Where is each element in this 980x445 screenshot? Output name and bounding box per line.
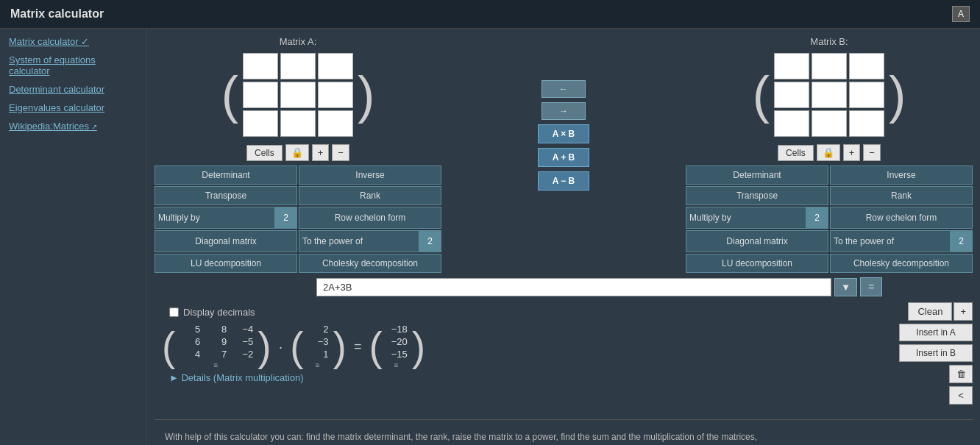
cholesky-btn-b[interactable]: Cholesky decomposition	[830, 254, 973, 273]
power-of-val-b[interactable]	[950, 231, 972, 252]
result-mat-a: 58−4 69−5 47−2 ≡	[180, 324, 253, 369]
matrix-b-cell[interactable]	[812, 53, 847, 79]
formula-input[interactable]	[316, 278, 831, 296]
matrix-a-controls: Cells 🔒 + −	[246, 144, 349, 161]
matrix-b-controls: Cells 🔒 + −	[778, 144, 881, 161]
matrix-a-cell[interactable]	[243, 82, 278, 108]
matrix-b-cell[interactable]	[774, 53, 809, 79]
matrix-b-cell[interactable]	[849, 53, 884, 79]
multiply-by-val-b[interactable]	[806, 207, 828, 228]
bracket-right-a: )	[358, 71, 374, 120]
trash-btn[interactable]: 🗑	[949, 365, 973, 383]
insert-b-btn[interactable]: Insert in B	[899, 344, 973, 362]
power-of-label-b[interactable]: To the power of	[831, 232, 950, 250]
power-of-a: To the power of	[299, 230, 441, 252]
bracket-right-b: )	[889, 71, 906, 120]
bracket-left-a: (	[221, 71, 238, 120]
middle-section: ← → A × B A + B A − B	[538, 36, 589, 191]
cholesky-btn-a[interactable]: Cholesky decomposition	[299, 254, 441, 273]
sidebar-item-matrix-calc[interactable]: Matrix calculator ✓	[9, 36, 138, 47]
matrix-b-section: Matrix B: ( )	[686, 36, 973, 273]
matrix-a-section: Matrix A: ( )	[155, 36, 441, 273]
matrix-a-ops: Determinant Inverse Transpose Rank Multi…	[155, 165, 441, 273]
multiply-by-label-a[interactable]: Multiply by	[155, 209, 274, 227]
matrix-a-cell[interactable]	[243, 110, 278, 137]
insert-a-btn[interactable]: Insert in A	[899, 324, 973, 341]
multiply-by-val-a[interactable]	[274, 207, 297, 228]
share-btn[interactable]: <	[949, 386, 973, 405]
matrix-b-cell[interactable]	[849, 110, 884, 137]
result-plus-btn[interactable]: +	[954, 302, 973, 321]
details-link[interactable]: ► Details (Matrix multiplication)	[169, 372, 425, 383]
inverse-btn-a[interactable]: Inverse	[299, 165, 441, 185]
arrow-left-btn[interactable]: ←	[542, 80, 586, 98]
equals-result-sign: =	[351, 339, 365, 355]
arrow-right-btn[interactable]: →	[542, 102, 586, 120]
rank-btn-a[interactable]: Rank	[299, 186, 441, 205]
det-btn-a[interactable]: Determinant	[155, 165, 297, 185]
result-mat-b: 2 −3 1 ≡	[308, 324, 329, 369]
sidebar-item-system-eq[interactable]: System of equations calculator	[9, 54, 138, 76]
inverse-btn-b[interactable]: Inverse	[830, 165, 973, 185]
matrix-b-cell[interactable]	[774, 82, 809, 108]
matrix-a-lock-btn[interactable]: 🔒	[285, 144, 309, 161]
formula-bar: ▼ =	[316, 277, 973, 296]
lu-btn-a[interactable]: LU decomposition	[155, 254, 297, 273]
matrix-b-cell[interactable]	[812, 82, 847, 108]
display-decimals-checkbox[interactable]	[169, 307, 179, 317]
matrix-a-cell[interactable]	[280, 110, 316, 137]
sidebar-item-wiki-matrices[interactable]: Wikipedia:Matrices	[9, 121, 138, 132]
matrix-a-cell[interactable]	[243, 53, 278, 79]
matrix-a-plus-btn[interactable]: +	[312, 144, 330, 161]
res-bracket-ra: )	[258, 327, 271, 366]
matrix-b-cell[interactable]	[849, 82, 884, 108]
sidebar-item-eigen-calc[interactable]: Eigenvalues calculator	[9, 102, 138, 113]
matrix-a-cells-btn[interactable]: Cells	[246, 145, 283, 161]
transpose-btn-b[interactable]: Transpose	[686, 186, 828, 205]
footer-line1: With help of this calculator you can: fi…	[165, 432, 757, 442]
matrix-b-minus-btn[interactable]: −	[863, 144, 881, 161]
clean-btn[interactable]: Clean	[908, 302, 952, 321]
sidebar-item-det-calc[interactable]: Determinant calculator	[9, 84, 138, 95]
row-echelon-btn-b[interactable]: Row echelon form	[830, 207, 973, 229]
matrix-b-cells-btn[interactable]: Cells	[778, 145, 814, 161]
power-of-label-a[interactable]: To the power of	[299, 232, 419, 250]
matrix-a-cell[interactable]	[318, 110, 353, 137]
matrix-b-plus-btn[interactable]: +	[843, 144, 861, 161]
multiply-by-b: Multiply by	[686, 207, 828, 229]
result-mat-result: −18 −20 −15 ≡	[387, 324, 408, 369]
matrix-b-lock-btn[interactable]: 🔒	[817, 144, 840, 161]
apb-btn[interactable]: A + B	[538, 148, 589, 167]
row-echelon-btn-a[interactable]: Row echelon form	[299, 207, 441, 229]
lu-btn-b[interactable]: LU decomposition	[686, 254, 828, 273]
det-btn-b[interactable]: Determinant	[686, 165, 828, 185]
matrix-b-grid	[771, 50, 887, 140]
res-bracket-rresult: )	[412, 327, 425, 366]
axb-btn[interactable]: A × B	[538, 124, 589, 143]
matrix-a-label: Matrix A:	[280, 36, 317, 47]
diagonal-btn-a[interactable]: Diagonal matrix	[155, 230, 297, 252]
matrix-a-minus-btn[interactable]: −	[332, 144, 349, 161]
formula-dropdown-btn[interactable]: ▼	[834, 278, 857, 296]
translate-icon[interactable]: A	[952, 6, 970, 22]
rank-btn-b[interactable]: Rank	[830, 186, 973, 205]
equals-btn[interactable]: =	[860, 277, 882, 296]
amb-btn[interactable]: A − B	[538, 171, 589, 191]
matrix-a-cell[interactable]	[318, 53, 353, 79]
multiply-by-label-b[interactable]: Multiply by	[686, 209, 806, 227]
res-bracket-la: (	[162, 327, 175, 366]
matrix-b-cell[interactable]	[812, 110, 847, 137]
res-bracket-rb: )	[333, 327, 347, 366]
matrix-a-cell[interactable]	[280, 82, 316, 108]
diagonal-btn-b[interactable]: Diagonal matrix	[686, 230, 828, 252]
matrix-a-grid	[240, 50, 356, 140]
transpose-btn-a[interactable]: Transpose	[155, 186, 297, 205]
matrix-a-cell[interactable]	[280, 53, 316, 79]
power-of-b: To the power of	[830, 230, 973, 252]
dot-operator: ·	[276, 338, 286, 355]
result-matrix-display: ( 58−4 69−5 47−2 ≡ ) · ( 2	[162, 324, 425, 369]
power-of-val-a[interactable]	[419, 231, 441, 252]
res-bracket-lb: (	[290, 327, 303, 366]
matrix-b-cell[interactable]	[774, 110, 809, 137]
matrix-a-cell[interactable]	[318, 82, 353, 108]
